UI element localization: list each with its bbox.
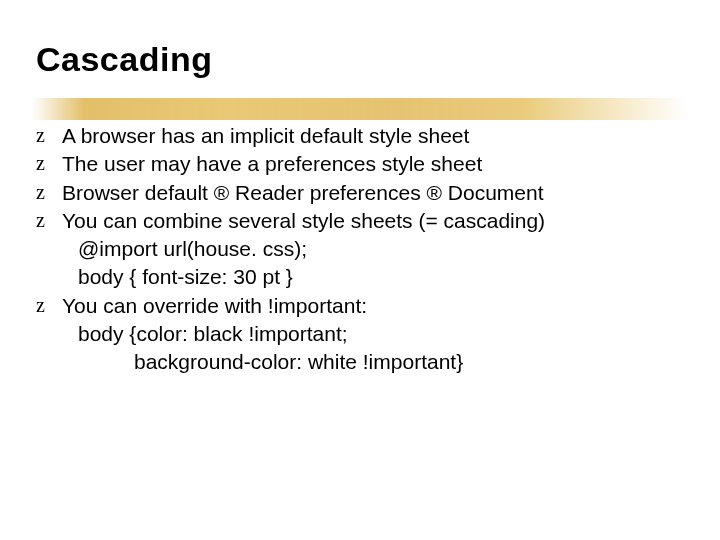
bullet-text: Browser default ® Reader preferences ® D… xyxy=(62,181,544,204)
sub-line: background-color: white !important} xyxy=(36,349,684,375)
list-item: z A browser has an implicit default styl… xyxy=(36,123,684,149)
bullet-text: A browser has an implicit default style … xyxy=(62,124,469,147)
slide: Cascading z A browser has an implicit de… xyxy=(0,0,720,540)
bullet-icon: z xyxy=(36,151,45,176)
bullet-text: The user may have a preferences style sh… xyxy=(62,152,482,175)
bullet-text: You can combine several style sheets (= … xyxy=(62,209,545,232)
title-underline xyxy=(32,98,688,120)
sub-line: @import url(house. css); xyxy=(36,236,684,262)
list-item: z You can override with !important: xyxy=(36,293,684,319)
bullet-list: z A browser has an implicit default styl… xyxy=(36,123,684,375)
bullet-icon: z xyxy=(36,123,45,148)
title-area: Cascading xyxy=(36,40,684,79)
bullet-icon: z xyxy=(36,293,45,318)
list-item: z Browser default ® Reader preferences ®… xyxy=(36,180,684,206)
slide-title: Cascading xyxy=(36,40,684,79)
list-item: z You can combine several style sheets (… xyxy=(36,208,684,234)
sub-line: body {color: black !important; xyxy=(36,321,684,347)
bullet-icon: z xyxy=(36,180,45,205)
sub-line: body { font-size: 30 pt } xyxy=(36,264,684,290)
list-item: z The user may have a preferences style … xyxy=(36,151,684,177)
bullet-text: You can override with !important: xyxy=(62,294,367,317)
bullet-icon: z xyxy=(36,208,45,233)
